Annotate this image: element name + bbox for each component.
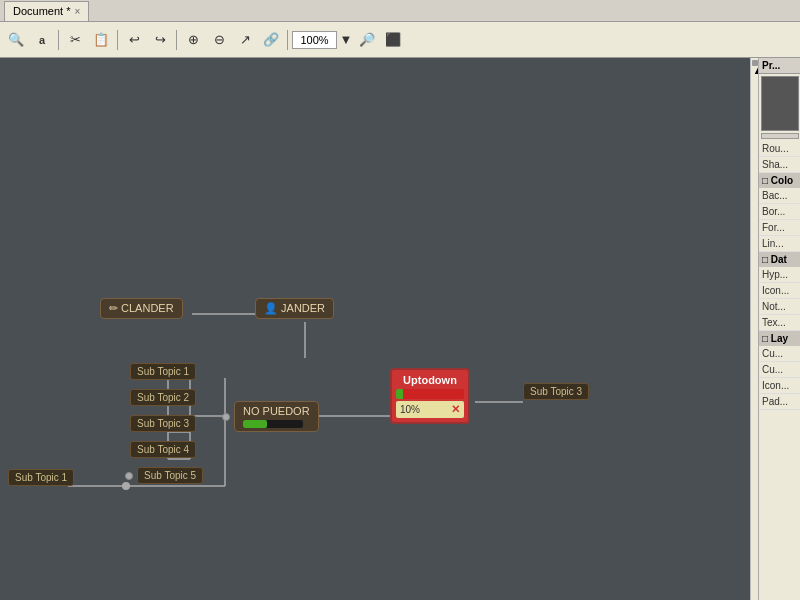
tab-close-button[interactable]: × — [74, 6, 80, 17]
prop-pad: Pad... — [759, 394, 800, 410]
scroll-panel: ▲ — [750, 58, 758, 600]
toolbar-sep-3 — [176, 30, 177, 50]
tab-label: Document * — [13, 5, 70, 17]
prop-tex: Tex... — [759, 315, 800, 331]
clander-node[interactable]: ✏ CLANDER — [100, 298, 183, 319]
sub-topic-3-right-label: Sub Topic 3 — [523, 383, 589, 400]
zoom-control: ▼ 🔎 ⬛ — [292, 28, 405, 52]
prop-not: Not... — [759, 299, 800, 315]
prop-for: For... — [759, 220, 800, 236]
sub-topic-5-label: Sub Topic 5 — [137, 467, 203, 484]
no-puedor-label: NO PUEDOR — [234, 401, 319, 432]
sub-topic-1-left-label: Sub Topic 1 — [8, 469, 74, 486]
sub-topic-4-node[interactable]: Sub Topic 4 — [130, 441, 196, 458]
sub-topic-2-label: Sub Topic 2 — [130, 389, 196, 406]
prop-section-color: □ Colo — [759, 173, 800, 188]
toolbar-cut-btn[interactable]: ✂ — [63, 28, 87, 52]
toolbar-sep-2 — [117, 30, 118, 50]
prop-hyp: Hyp... — [759, 267, 800, 283]
prop-icon: Icon... — [759, 283, 800, 299]
clander-label: ✏ CLANDER — [100, 298, 183, 319]
sub-topic-3-right-node[interactable]: Sub Topic 3 — [523, 383, 589, 400]
sub-topic-3-node[interactable]: Sub Topic 3 — [130, 415, 196, 432]
title-bar: Document * × — [0, 0, 800, 22]
uptodown-close-btn[interactable]: ✕ — [451, 403, 460, 416]
no-puedor-node[interactable]: NO PUEDOR — [222, 401, 319, 432]
canvas-thumbnail — [761, 76, 799, 131]
prop-sha: Sha... — [759, 157, 800, 173]
prop-section-lay: □ Lay — [759, 331, 800, 346]
toolbar-undo-btn[interactable]: ↩ — [122, 28, 146, 52]
toolbar: 🔍 a ✂ 📋 ↩ ↪ ⊕ ⊖ ↗ 🔗 ▼ 🔎 ⬛ — [0, 22, 800, 58]
toolbar-text-btn[interactable]: a — [30, 28, 54, 52]
main-area: ✏ CLANDER 👤 JANDER NO PUEDOR Sub Topic 1 — [0, 58, 800, 600]
prop-lin: Lin... — [759, 236, 800, 252]
toolbar-arrow-btn[interactable]: ↗ — [233, 28, 257, 52]
toolbar-search-btn[interactable]: 🔍 — [4, 28, 28, 52]
prop-ico2: Icon... — [759, 378, 800, 394]
toolbar-add-btn[interactable]: ⊕ — [181, 28, 205, 52]
zoom-search-btn[interactable]: 🔎 — [355, 28, 379, 52]
prop-section-data: □ Dat — [759, 252, 800, 267]
toolbar-link-btn[interactable]: 🔗 — [259, 28, 283, 52]
properties-panel: Pr... Rou... Sha... □ Colo Bac... Bor...… — [758, 58, 800, 600]
uptodown-progress-bg — [396, 389, 464, 399]
sub-topic-5-dot — [125, 472, 133, 480]
uptodown-node[interactable]: Uptodown 10% ✕ — [390, 368, 470, 424]
toolbar-paste-btn[interactable]: 📋 — [89, 28, 113, 52]
toolbar-sep-4 — [287, 30, 288, 50]
scroll-up[interactable]: ▲ — [752, 60, 758, 66]
no-puedor-dot — [222, 413, 230, 421]
prop-bor: Bor... — [759, 204, 800, 220]
uptodown-bottom: 10% ✕ — [396, 401, 464, 418]
uptodown-pct-label: 10% — [400, 404, 420, 415]
zoom-input[interactable] — [292, 31, 337, 49]
sub-topic-2-node[interactable]: Sub Topic 2 — [130, 389, 196, 406]
uptodown-title: Uptodown — [396, 374, 464, 386]
connector-lines — [0, 58, 750, 600]
sub-topic-1-node[interactable]: Sub Topic 1 — [130, 363, 196, 380]
zoom-dropdown-btn[interactable]: ▼ — [339, 28, 353, 52]
canvas[interactable]: ✏ CLANDER 👤 JANDER NO PUEDOR Sub Topic 1 — [0, 58, 750, 600]
toolbar-sep-1 — [58, 30, 59, 50]
toolbar-minus-btn[interactable]: ⊖ — [207, 28, 231, 52]
sub-topic-1-left-node[interactable]: Sub Topic 1 — [8, 469, 74, 486]
prop-bac: Bac... — [759, 188, 800, 204]
prop-cu2: Cu... — [759, 362, 800, 378]
zoom-fit-btn[interactable]: ⬛ — [381, 28, 405, 52]
document-tab[interactable]: Document * × — [4, 1, 89, 21]
sub-topic-4-label: Sub Topic 4 — [130, 441, 196, 458]
uptodown-progress-bar — [396, 389, 403, 399]
prop-rou: Rou... — [759, 141, 800, 157]
jander-node[interactable]: 👤 JANDER — [255, 298, 334, 319]
thumb-scrollbar[interactable] — [761, 133, 799, 139]
sub-topic-1-label: Sub Topic 1 — [130, 363, 196, 380]
prop-cu1: Cu... — [759, 346, 800, 362]
sub-topic-3-label: Sub Topic 3 — [130, 415, 196, 432]
props-header: Pr... — [759, 58, 800, 74]
toolbar-redo-btn[interactable]: ↪ — [148, 28, 172, 52]
jander-label: 👤 JANDER — [255, 298, 334, 319]
sub-topic-5-node[interactable]: Sub Topic 5 — [125, 467, 203, 484]
